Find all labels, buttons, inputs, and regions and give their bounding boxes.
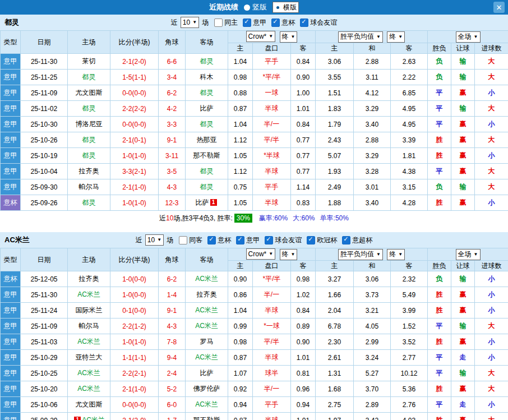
checkbox-unchecked-icon[interactable] [214,19,223,27]
radio-icon[interactable] [275,4,281,11]
away-team-cell[interactable]: 比萨1 [186,195,228,211]
home-team-cell[interactable]: 尤文图斯 [68,397,110,413]
radio-vertical-layout[interactable]: 竖版 [244,2,267,12]
team-name-text[interactable]: 都灵 [82,151,96,159]
match-score[interactable]: 1-5(1-1) [110,70,159,85]
home-team-cell[interactable]: 亚特兰大 [68,350,110,366]
wdl-average-select[interactable]: 胜平负均值 ▼ [338,31,383,43]
league-filter-checkbox[interactable]: 球会友谊 [265,236,302,245]
home-team-cell[interactable]: 帕尔马 [68,179,110,195]
league-filter-checkbox[interactable]: 意杯 [207,236,231,245]
team-name-text[interactable]: 罗马 [200,338,214,345]
league-filter-checkbox[interactable]: 同主 [214,18,238,27]
home-team-cell[interactable]: 拉齐奥 [68,271,110,287]
team-name-text[interactable]: 莱切 [82,57,96,65]
away-team-cell[interactable]: 拉齐奥 [186,287,228,303]
checkbox-checked-icon[interactable] [207,236,216,244]
wdl-stage-select[interactable]: 终 ▼ [387,31,405,43]
team-name-text[interactable]: AC米兰 [195,306,218,314]
league-filter-checkbox[interactable]: 欧冠杯 [307,236,337,245]
league-filter-checkbox[interactable]: 意杯 [271,18,295,27]
close-button[interactable]: ✕ [493,2,505,13]
team-name-text[interactable]: 拉齐奥 [197,290,217,298]
home-team-cell[interactable]: 拉齐奥 [68,164,110,179]
team-name-text[interactable]: 拉齐奥 [79,275,99,283]
checkbox-unchecked-icon[interactable] [179,236,187,244]
away-team-cell[interactable]: AC米兰 [186,397,228,413]
away-team-cell[interactable]: AC米兰 [186,303,228,319]
away-team-cell[interactable]: 比萨 [186,366,228,381]
checkbox-checked-icon[interactable] [271,19,280,27]
home-team-cell[interactable]: 都灵 [68,148,110,164]
home-team-cell[interactable]: 尤文图斯 [68,85,110,101]
team-name-text[interactable]: 都灵 [200,57,214,65]
match-score[interactable]: 1-1(1-1) [110,350,159,366]
home-team-cell[interactable]: 莱切 [68,54,110,70]
team-name-text[interactable]: AC米兰 [77,385,100,393]
match-score[interactable]: 0-1(0-0) [110,303,159,319]
match-count-select[interactable]: 10 ▼ [145,234,164,246]
away-team-cell[interactable]: 都灵 [186,54,228,70]
team-name-text[interactable]: 都灵 [82,104,96,112]
match-score[interactable]: 0-0(0-0) [110,85,159,101]
team-name-text[interactable]: AC米兰 [77,369,100,377]
match-score[interactable]: 2-1(1-0) [110,381,159,397]
team-name-text[interactable]: 都灵 [82,73,96,81]
match-score[interactable]: 0-0(0-0) [110,397,159,413]
match-score[interactable]: 2-2(1-2) [110,319,159,334]
team-name-text[interactable]: 热那亚 [197,136,217,144]
odds-stage-select[interactable]: 终 ▼ [280,249,298,260]
team-name-text[interactable]: 都灵 [82,199,96,206]
league-filter-checkbox[interactable]: 意甲 [236,236,260,245]
away-team-cell[interactable]: 比萨 [186,101,228,117]
match-score[interactable]: 2-2(2-2) [110,101,159,117]
wdl-average-select[interactable]: 胜平负均值 ▼ [338,249,383,260]
team-name-text[interactable]: 佛罗伦萨 [193,385,220,393]
team-name-text[interactable]: AC米兰 [77,290,100,298]
checkbox-checked-icon[interactable] [342,236,350,244]
home-team-cell[interactable]: 博洛尼亚 [68,117,110,132]
league-filter-checkbox[interactable]: 球会友谊 [300,18,337,27]
match-count-select[interactable]: 10 ▼ [181,17,199,28]
team-name-text[interactable]: AC米兰 [195,353,218,361]
away-team-cell[interactable]: AC米兰 [186,319,228,334]
away-team-cell[interactable]: 都灵 [186,179,228,195]
away-team-cell[interactable]: 那不勒斯 [186,148,228,164]
league-filter-checkbox[interactable]: 同客 [179,236,202,245]
home-team-cell[interactable]: 帕尔马 [68,319,110,334]
odds-company-select[interactable]: Crow* ▼ [246,248,276,260]
checkbox-checked-icon[interactable] [307,236,315,244]
team-name-text[interactable]: 亚特兰大 [76,353,103,361]
home-team-cell[interactable]: 国际米兰 [68,303,110,319]
away-team-cell[interactable]: 都灵 [186,85,228,101]
away-team-cell[interactable]: 都灵 [186,117,228,132]
away-team-cell[interactable]: 科木 [186,70,228,85]
match-score[interactable]: 0-0(0-0) [110,117,159,132]
match-score[interactable]: 1-0(1-0) [110,148,159,164]
team-name-text[interactable]: 国际米兰 [76,306,103,314]
away-team-cell[interactable]: 佛罗伦萨 [186,381,228,397]
team-name-text[interactable]: 都灵 [82,136,96,144]
team-name-text[interactable]: 科木 [200,73,214,81]
match-score[interactable]: 2-2(2-1) [110,366,159,381]
team-name-text[interactable]: 都灵 [200,89,214,96]
checkbox-checked-icon[interactable] [265,236,273,244]
team-name-text[interactable]: 博洛尼亚 [76,120,103,128]
match-score[interactable]: 2-1(1-0) [110,179,159,195]
team-name-text[interactable]: 尤文图斯 [76,400,103,408]
team-name-text[interactable]: 都灵 [200,167,214,175]
away-team-cell[interactable]: 那不勒斯 [186,413,228,420]
home-team-cell[interactable]: 都灵 [68,101,110,117]
match-score[interactable]: 2-1(2-0) [110,54,159,70]
scope-select[interactable]: 全场 ▼ [456,249,481,260]
team-name-text[interactable]: 尤文图斯 [76,89,103,96]
team-name-text[interactable]: 都灵 [200,120,214,128]
wdl-stage-select[interactable]: 终 ▼ [387,249,405,260]
match-score[interactable]: 1-0(0-0) [110,287,159,303]
home-team-cell[interactable]: 都灵 [68,132,110,148]
team-name-text[interactable]: 拉齐奥 [79,167,99,175]
team-name-text[interactable]: AC米兰 [195,275,218,283]
team-name-text[interactable]: 帕尔马 [79,322,99,330]
odds-stage-select[interactable]: 终 ▼ [280,31,298,43]
home-team-cell[interactable]: AC米兰 [68,366,110,381]
